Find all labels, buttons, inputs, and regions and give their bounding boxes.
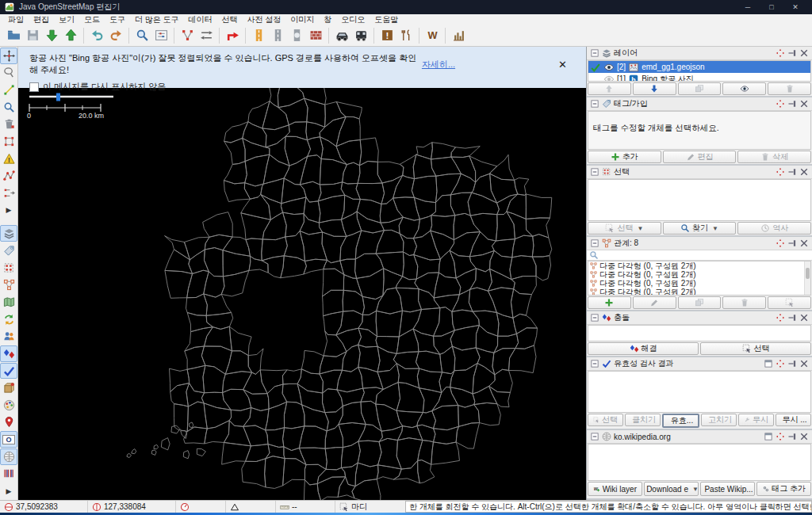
elevation-chart-icon[interactable] (449, 26, 468, 45)
zoom-icon[interactable] (132, 26, 151, 45)
menu-item[interactable]: 이미지 (285, 14, 319, 25)
relations-toggle-icon[interactable] (0, 277, 17, 293)
popout-icon[interactable] (764, 359, 773, 368)
authors-toggle-icon[interactable] (0, 328, 17, 345)
sticky-icon[interactable] (776, 48, 785, 58)
tags-toggle-icon[interactable] (0, 242, 17, 259)
collapse-icon[interactable] (590, 167, 599, 177)
maximize-button[interactable]: □ (760, 0, 783, 14)
relation-delete-button[interactable] (722, 296, 766, 309)
upload-data-icon[interactable] (61, 26, 80, 45)
layer-delete-button[interactable] (768, 82, 811, 95)
wiki-add-tag-button[interactable]: 태그 추가 (756, 482, 811, 496)
tag-add-button[interactable]: 추가 (588, 151, 661, 163)
merge-nodes-icon[interactable] (178, 26, 197, 45)
minimize-button[interactable]: ─ (736, 0, 760, 14)
open-file-icon[interactable] (4, 26, 23, 45)
save-icon[interactable] (23, 26, 42, 45)
close-icon[interactable] (799, 167, 809, 177)
relation-list-item[interactable]: 다중 다각형 (0, 구성원 2개) (588, 288, 810, 296)
unpin-icon[interactable] (787, 238, 797, 248)
close-icon[interactable] (799, 238, 809, 248)
barrier-wall-icon[interactable] (306, 26, 325, 45)
layer-show-hide-button[interactable] (722, 82, 766, 95)
conflict-select-button[interactable]: 선택 (700, 342, 811, 355)
menu-item[interactable]: 사전 설정 (243, 14, 286, 25)
car-icon[interactable] (332, 26, 351, 45)
layer-down-button[interactable] (633, 82, 676, 95)
select-move-tool-icon[interactable] (0, 48, 17, 64)
menu-item[interactable]: 도구 (105, 14, 130, 25)
improve-accuracy-tool-icon[interactable]: ! (0, 151, 17, 167)
lasso-tool-icon[interactable] (0, 65, 17, 82)
visibility-eye-icon[interactable] (603, 62, 615, 73)
minimap-toggle-icon[interactable] (0, 294, 17, 311)
menu-item[interactable]: 더 많은 도구 (130, 14, 184, 25)
map-canvas[interactable]: 항공 사진 "Bing 항공 사진"이(가) 잘못 정렬되었을 수 있습니다. … (18, 47, 586, 500)
layer-merge-button[interactable] (678, 82, 722, 95)
draw-node-tool-icon[interactable] (0, 82, 17, 98)
lane-road-icon[interactable] (249, 26, 268, 45)
relation-add-button[interactable] (588, 296, 631, 309)
close-icon[interactable] (799, 313, 809, 322)
validator-ignore-button[interactable]: 무시 (738, 414, 774, 426)
relation-select-button[interactable] (768, 296, 811, 309)
undo-icon[interactable] (87, 26, 106, 45)
follow-line-tool-icon[interactable] (0, 168, 17, 185)
conflicts-toggle-icon[interactable] (0, 345, 17, 362)
unpin-icon[interactable] (787, 359, 797, 368)
visibility-eye-icon[interactable] (603, 74, 615, 82)
wiki-layer-button[interactable]: WWiki layer (588, 482, 642, 496)
tag-edit-button[interactable]: 편집 (663, 151, 737, 163)
selection-select-button[interactable]: 선택▼ (588, 222, 661, 235)
menu-item[interactable]: 창 (319, 14, 336, 25)
redo-icon[interactable] (106, 26, 125, 45)
sticky-icon[interactable] (776, 313, 785, 322)
preferences-icon[interactable] (151, 26, 170, 45)
menu-item[interactable]: 데이터 (184, 14, 217, 25)
sticky-icon[interactable] (776, 167, 785, 177)
map-styles-toggle-icon[interactable] (0, 397, 17, 414)
collapse-icon[interactable] (590, 99, 599, 109)
download-data-icon[interactable] (42, 26, 61, 45)
bus-icon[interactable] (351, 26, 370, 45)
road-icon[interactable] (268, 26, 287, 45)
collapse-icon[interactable] (590, 359, 599, 368)
layer-row-geojson[interactable]: [2] emd_gg1.geojson (588, 61, 810, 73)
menu-item[interactable]: 도움말 (370, 14, 403, 25)
validator-fix-button[interactable]: 고치기 (701, 414, 737, 426)
changeset-toggle-icon[interactable] (0, 311, 17, 328)
delete-tool-icon[interactable] (0, 116, 17, 133)
validator-toggle-icon[interactable] (0, 363, 17, 380)
street-parking-icon[interactable] (287, 26, 306, 45)
zoom-tool-icon[interactable] (0, 99, 17, 116)
filter-toggle-icon[interactable]: O (0, 431, 17, 448)
wikipedia-w-icon[interactable]: W (423, 26, 442, 45)
sticky-icon[interactable] (776, 359, 785, 368)
close-icon[interactable] (799, 359, 809, 368)
menu-item[interactable]: 보기 (54, 14, 79, 25)
close-icon[interactable] (799, 432, 809, 441)
relation-search-input[interactable] (587, 250, 812, 261)
parallel-way-icon[interactable] (197, 26, 216, 45)
layers-toggle-icon[interactable] (0, 225, 17, 242)
turn-restriction-icon[interactable] (223, 26, 242, 45)
tag-delete-button[interactable]: 삭제 (737, 151, 811, 163)
close-icon[interactable] (799, 48, 809, 58)
selection-search-button[interactable]: 찾기▼ (663, 222, 737, 235)
more-dialogs-icon[interactable]: ▶ (0, 483, 17, 499)
unpin-icon[interactable] (787, 48, 797, 58)
wiki-paste-button[interactable]: Paste Wikip... (700, 482, 755, 496)
unpin-icon[interactable] (787, 313, 797, 322)
layer-row-bing[interactable]: [1] b Bing 항공 사진 (588, 73, 810, 82)
menu-item[interactable]: 파일 (3, 14, 29, 25)
menu-item[interactable]: 선택 (217, 14, 243, 25)
validator-select-button[interactable]: 선택 (588, 414, 623, 426)
more-tools-icon[interactable]: ▶ (0, 202, 17, 219)
close-icon[interactable] (799, 99, 809, 109)
validator-validate-button[interactable]: 유효... (662, 414, 699, 428)
collapse-icon[interactable] (590, 238, 599, 248)
menu-item[interactable]: 편집 (29, 14, 54, 25)
unpin-icon[interactable] (787, 167, 797, 177)
align-nodes-tool-icon[interactable] (0, 133, 17, 150)
